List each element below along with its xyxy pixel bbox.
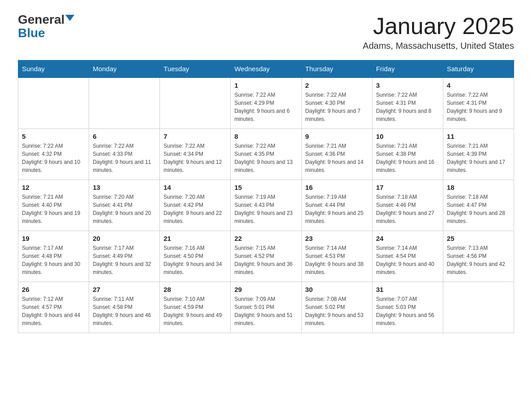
day-info: Sunrise: 7:18 AM Sunset: 4:46 PM Dayligh… xyxy=(376,193,439,225)
calendar-cell: 7Sunrise: 7:22 AM Sunset: 4:34 PM Daylig… xyxy=(160,129,231,180)
day-info: Sunrise: 7:17 AM Sunset: 4:49 PM Dayligh… xyxy=(93,244,156,276)
day-number: 6 xyxy=(93,133,156,140)
day-info: Sunrise: 7:12 AM Sunset: 4:57 PM Dayligh… xyxy=(22,295,85,327)
calendar-cell xyxy=(160,77,231,129)
header-cell-friday: Friday xyxy=(372,60,443,78)
day-number: 27 xyxy=(93,286,156,293)
day-info: Sunrise: 7:14 AM Sunset: 4:54 PM Dayligh… xyxy=(376,244,439,276)
calendar-cell: 25Sunrise: 7:13 AM Sunset: 4:56 PM Dayli… xyxy=(443,231,514,282)
calendar-cell xyxy=(443,282,514,333)
calendar-cell: 4Sunrise: 7:22 AM Sunset: 4:31 PM Daylig… xyxy=(443,77,514,129)
header-cell-wednesday: Wednesday xyxy=(231,60,301,78)
day-info: Sunrise: 7:07 AM Sunset: 5:03 PM Dayligh… xyxy=(376,295,439,327)
calendar-cell: 29Sunrise: 7:09 AM Sunset: 5:01 PM Dayli… xyxy=(231,282,301,333)
day-number: 18 xyxy=(447,184,510,191)
day-info: Sunrise: 7:20 AM Sunset: 4:42 PM Dayligh… xyxy=(163,193,227,225)
day-info: Sunrise: 7:22 AM Sunset: 4:33 PM Dayligh… xyxy=(93,142,156,174)
day-number: 23 xyxy=(305,235,369,242)
calendar-cell: 20Sunrise: 7:17 AM Sunset: 4:49 PM Dayli… xyxy=(89,231,160,282)
header-cell-thursday: Thursday xyxy=(301,60,372,78)
day-info: Sunrise: 7:19 AM Sunset: 4:43 PM Dayligh… xyxy=(234,193,297,225)
day-info: Sunrise: 7:14 AM Sunset: 4:53 PM Dayligh… xyxy=(305,244,369,276)
day-info: Sunrise: 7:21 AM Sunset: 4:38 PM Dayligh… xyxy=(376,142,439,174)
day-number: 12 xyxy=(22,184,85,191)
calendar-week-0: 1Sunrise: 7:22 AM Sunset: 4:29 PM Daylig… xyxy=(18,77,514,129)
day-info: Sunrise: 7:09 AM Sunset: 5:01 PM Dayligh… xyxy=(234,295,297,327)
day-number: 3 xyxy=(376,81,439,89)
day-info: Sunrise: 7:22 AM Sunset: 4:30 PM Dayligh… xyxy=(305,91,369,123)
calendar-cell: 14Sunrise: 7:20 AM Sunset: 4:42 PM Dayli… xyxy=(160,180,231,231)
page-header: General Blue January 2025 Adams, Massach… xyxy=(18,13,514,51)
calendar-cell: 28Sunrise: 7:10 AM Sunset: 4:59 PM Dayli… xyxy=(160,282,231,333)
day-number: 4 xyxy=(447,81,510,89)
day-info: Sunrise: 7:22 AM Sunset: 4:31 PM Dayligh… xyxy=(376,91,439,123)
day-number: 19 xyxy=(22,235,85,242)
day-number: 29 xyxy=(234,286,297,293)
header-row: SundayMondayTuesdayWednesdayThursdayFrid… xyxy=(18,60,514,78)
calendar-cell: 12Sunrise: 7:21 AM Sunset: 4:40 PM Dayli… xyxy=(18,180,89,231)
header-cell-tuesday: Tuesday xyxy=(160,60,231,78)
calendar-cell: 22Sunrise: 7:15 AM Sunset: 4:52 PM Dayli… xyxy=(231,231,301,282)
logo-text-blue: Blue xyxy=(18,26,45,40)
calendar-cell: 5Sunrise: 7:22 AM Sunset: 4:32 PM Daylig… xyxy=(18,129,89,180)
calendar-cell: 21Sunrise: 7:16 AM Sunset: 4:50 PM Dayli… xyxy=(160,231,231,282)
day-info: Sunrise: 7:19 AM Sunset: 4:44 PM Dayligh… xyxy=(305,193,369,225)
day-number: 20 xyxy=(93,235,156,242)
calendar-cell xyxy=(18,77,89,129)
day-number: 22 xyxy=(234,235,297,242)
calendar-week-4: 26Sunrise: 7:12 AM Sunset: 4:57 PM Dayli… xyxy=(18,282,514,333)
calendar-cell: 6Sunrise: 7:22 AM Sunset: 4:33 PM Daylig… xyxy=(89,129,160,180)
calendar-cell: 2Sunrise: 7:22 AM Sunset: 4:30 PM Daylig… xyxy=(301,77,372,129)
day-number: 7 xyxy=(163,133,227,140)
calendar-cell: 26Sunrise: 7:12 AM Sunset: 4:57 PM Dayli… xyxy=(18,282,89,333)
calendar-cell: 30Sunrise: 7:08 AM Sunset: 5:02 PM Dayli… xyxy=(301,282,372,333)
day-info: Sunrise: 7:22 AM Sunset: 4:34 PM Dayligh… xyxy=(163,142,227,174)
calendar-cell: 1Sunrise: 7:22 AM Sunset: 4:29 PM Daylig… xyxy=(231,77,301,129)
day-info: Sunrise: 7:16 AM Sunset: 4:50 PM Dayligh… xyxy=(163,244,227,276)
day-number: 31 xyxy=(376,286,439,293)
day-info: Sunrise: 7:18 AM Sunset: 4:47 PM Dayligh… xyxy=(447,193,510,225)
day-number: 13 xyxy=(93,184,156,191)
day-info: Sunrise: 7:11 AM Sunset: 4:58 PM Dayligh… xyxy=(93,295,156,327)
day-number: 24 xyxy=(376,235,439,242)
day-info: Sunrise: 7:15 AM Sunset: 4:52 PM Dayligh… xyxy=(234,244,297,276)
day-info: Sunrise: 7:13 AM Sunset: 4:56 PM Dayligh… xyxy=(447,244,510,276)
day-number: 30 xyxy=(305,286,369,293)
day-info: Sunrise: 7:17 AM Sunset: 4:48 PM Dayligh… xyxy=(22,244,85,276)
calendar-table: SundayMondayTuesdayWednesdayThursdayFrid… xyxy=(18,60,514,333)
day-number: 25 xyxy=(447,235,510,242)
calendar-subtitle: Adams, Massachusetts, United States xyxy=(363,41,514,51)
calendar-cell: 31Sunrise: 7:07 AM Sunset: 5:03 PM Dayli… xyxy=(372,282,443,333)
day-number: 1 xyxy=(234,81,297,89)
day-info: Sunrise: 7:21 AM Sunset: 4:36 PM Dayligh… xyxy=(305,142,369,174)
calendar-cell: 16Sunrise: 7:19 AM Sunset: 4:44 PM Dayli… xyxy=(301,180,372,231)
day-info: Sunrise: 7:20 AM Sunset: 4:41 PM Dayligh… xyxy=(93,193,156,225)
calendar-header: SundayMondayTuesdayWednesdayThursdayFrid… xyxy=(18,60,514,78)
logo: General Blue xyxy=(18,13,74,39)
day-info: Sunrise: 7:22 AM Sunset: 4:29 PM Dayligh… xyxy=(234,91,297,123)
calendar-cell: 8Sunrise: 7:22 AM Sunset: 4:35 PM Daylig… xyxy=(231,129,301,180)
calendar-week-3: 19Sunrise: 7:17 AM Sunset: 4:48 PM Dayli… xyxy=(18,231,514,282)
day-info: Sunrise: 7:21 AM Sunset: 4:40 PM Dayligh… xyxy=(22,193,85,225)
day-number: 10 xyxy=(376,133,439,140)
calendar-cell: 15Sunrise: 7:19 AM Sunset: 4:43 PM Dayli… xyxy=(231,180,301,231)
calendar-body: 1Sunrise: 7:22 AM Sunset: 4:29 PM Daylig… xyxy=(18,77,514,333)
logo-triangle-icon xyxy=(65,15,74,21)
calendar-cell: 19Sunrise: 7:17 AM Sunset: 4:48 PM Dayli… xyxy=(18,231,89,282)
calendar-week-1: 5Sunrise: 7:22 AM Sunset: 4:32 PM Daylig… xyxy=(18,129,514,180)
day-number: 5 xyxy=(22,133,85,140)
day-info: Sunrise: 7:22 AM Sunset: 4:32 PM Dayligh… xyxy=(22,142,85,174)
day-number: 17 xyxy=(376,184,439,191)
title-block: January 2025 Adams, Massachusetts, Unite… xyxy=(363,13,514,51)
day-number: 14 xyxy=(163,184,227,191)
day-info: Sunrise: 7:10 AM Sunset: 4:59 PM Dayligh… xyxy=(163,295,227,327)
calendar-cell: 17Sunrise: 7:18 AM Sunset: 4:46 PM Dayli… xyxy=(372,180,443,231)
day-number: 9 xyxy=(305,133,369,140)
calendar-cell: 10Sunrise: 7:21 AM Sunset: 4:38 PM Dayli… xyxy=(372,129,443,180)
header-cell-sunday: Sunday xyxy=(18,60,89,78)
day-number: 28 xyxy=(163,286,227,293)
calendar-cell: 9Sunrise: 7:21 AM Sunset: 4:36 PM Daylig… xyxy=(301,129,372,180)
day-number: 11 xyxy=(447,133,510,140)
day-number: 21 xyxy=(163,235,227,242)
day-info: Sunrise: 7:21 AM Sunset: 4:39 PM Dayligh… xyxy=(447,142,510,174)
